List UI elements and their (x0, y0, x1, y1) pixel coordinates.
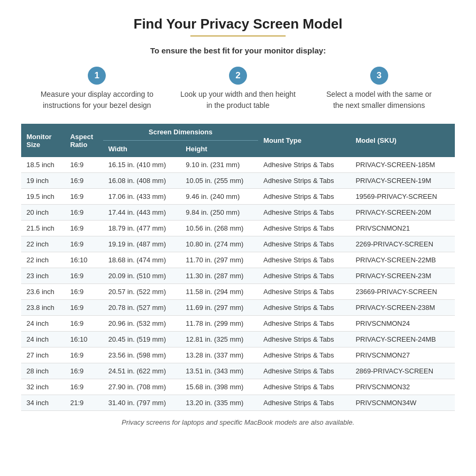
col-monitor-size: MonitorSize (21, 124, 65, 157)
cell-sku: PRIVSCNMON32 (350, 379, 455, 395)
cell-mount: Adhesive Strips & Tabs (258, 205, 350, 221)
cell-width: 19.19 in. (487 mm) (103, 236, 181, 252)
step-2-circle: 2 (229, 67, 247, 85)
cell-height: 11.58 in. (294 mm) (180, 284, 258, 300)
cell-sku: PRIVACY-SCREEN-22MB (350, 252, 455, 268)
table-row: 23 inch 16:9 20.09 in. (510 mm) 11.30 in… (21, 268, 455, 284)
cell-mount: Adhesive Strips & Tabs (258, 252, 350, 268)
cell-ratio: 16:9 (65, 236, 103, 252)
cell-sku: PRIVSCNMON34W (350, 395, 455, 411)
cell-mount: Adhesive Strips & Tabs (258, 236, 350, 252)
cell-size: 18.5 inch (21, 157, 65, 173)
cell-size: 22 inch (21, 236, 65, 252)
table-row: 18.5 inch 16:9 16.15 in. (410 mm) 9.10 i… (21, 157, 455, 173)
cell-size: 34 inch (21, 395, 65, 411)
cell-ratio: 16:9 (65, 189, 103, 205)
table-row: 22 inch 16:10 18.68 in. (474 mm) 11.70 i… (21, 252, 455, 268)
table-row: 23.6 inch 16:9 20.57 in. (522 mm) 11.58 … (21, 284, 455, 300)
table-row: 24 inch 16:10 20.45 in. (519 mm) 12.81 i… (21, 332, 455, 347)
col-mount-type: Mount Type (258, 124, 350, 157)
cell-ratio: 16:9 (65, 300, 103, 316)
table-row: 22 inch 16:9 19.19 in. (487 mm) 10.80 in… (21, 236, 455, 252)
cell-ratio: 16:9 (65, 205, 103, 221)
col-screen-dimensions-group: Screen Dimensions (103, 124, 258, 141)
cell-size: 19 inch (21, 173, 65, 189)
table-row: 21.5 inch 16:9 18.79 in. (477 mm) 10.56 … (21, 221, 455, 236)
cell-height: 13.28 in. (337 mm) (180, 347, 258, 363)
cell-ratio: 16:9 (65, 316, 103, 332)
cell-ratio: 16:9 (65, 347, 103, 363)
cell-mount: Adhesive Strips & Tabs (258, 379, 350, 395)
cell-sku: PRIVACY-SCREEN-23M (350, 268, 455, 284)
cell-width: 16.15 in. (410 mm) (103, 157, 181, 173)
cell-width: 16.08 in. (408 mm) (103, 173, 181, 189)
cell-mount: Adhesive Strips & Tabs (258, 173, 350, 189)
cell-height: 9.46 in. (240 mm) (180, 189, 258, 205)
cell-size: 23.6 inch (21, 284, 65, 300)
cell-size: 24 inch (21, 316, 65, 332)
cell-width: 18.79 in. (477 mm) (103, 221, 181, 236)
table-row: 23.8 inch 16:9 20.78 in. (527 mm) 11.69 … (21, 300, 455, 316)
cell-width: 17.44 in. (443 mm) (103, 205, 181, 221)
step-3-circle: 3 (370, 67, 388, 85)
cell-sku: PRIVACY-SCREEN-19M (350, 173, 455, 189)
cell-height: 13.51 in. (343 mm) (180, 363, 258, 379)
cell-ratio: 16:10 (65, 332, 103, 347)
cell-width: 27.90 in. (708 mm) (103, 379, 181, 395)
cell-height: 11.69 in. (297 mm) (180, 300, 258, 316)
cell-width: 20.57 in. (522 mm) (103, 284, 181, 300)
table-row: 19.5 inch 16:9 17.06 in. (433 mm) 9.46 i… (21, 189, 455, 205)
step-3-text: Select a model with the same or the next… (321, 89, 437, 111)
cell-height: 9.10 in. (231 mm) (180, 157, 258, 173)
step-2-number: 2 (235, 70, 240, 81)
cell-mount: Adhesive Strips & Tabs (258, 284, 350, 300)
cell-mount: Adhesive Strips & Tabs (258, 189, 350, 205)
cell-width: 24.51 in. (622 mm) (103, 363, 181, 379)
cell-ratio: 16:9 (65, 157, 103, 173)
step-3-number: 3 (377, 70, 381, 81)
cell-ratio: 16:9 (65, 363, 103, 379)
cell-ratio: 16:9 (65, 221, 103, 236)
cell-width: 20.78 in. (527 mm) (103, 300, 181, 316)
cell-height: 12.81 in. (325 mm) (180, 332, 258, 347)
cell-height: 11.30 in. (287 mm) (180, 268, 258, 284)
cell-width: 23.56 in. (598 mm) (103, 347, 181, 363)
cell-height: 11.70 in. (297 mm) (180, 252, 258, 268)
col-width: Width (103, 141, 181, 158)
cell-width: 17.06 in. (433 mm) (103, 189, 181, 205)
cell-width: 18.68 in. (474 mm) (103, 252, 181, 268)
cell-sku: PRIVSCNMON27 (350, 347, 455, 363)
step-1: 1 Measure your display according to inst… (39, 67, 155, 111)
step-1-text: Measure your display according to instru… (39, 89, 155, 111)
table-row: 19 inch 16:9 16.08 in. (408 mm) 10.05 in… (21, 173, 455, 189)
subtitle: To ensure the best fit for your monitor … (21, 46, 455, 55)
table-row: 32 inch 16:9 27.90 in. (708 mm) 15.68 in… (21, 379, 455, 395)
cell-mount: Adhesive Strips & Tabs (258, 347, 350, 363)
cell-width: 20.09 in. (510 mm) (103, 268, 181, 284)
cell-height: 15.68 in. (398 mm) (180, 379, 258, 395)
cell-height: 13.20 in. (335 mm) (180, 395, 258, 411)
cell-size: 21.5 inch (21, 221, 65, 236)
cell-ratio: 16:9 (65, 284, 103, 300)
cell-sku: 2269-PRIVACY-SCREEN (350, 236, 455, 252)
steps-container: 1 Measure your display according to inst… (21, 67, 455, 111)
cell-width: 20.45 in. (519 mm) (103, 332, 181, 347)
title-underline (190, 35, 286, 36)
table-row: 20 inch 16:9 17.44 in. (443 mm) 9.84 in.… (21, 205, 455, 221)
product-table: MonitorSize AspectRatio Screen Dimension… (21, 124, 455, 411)
cell-mount: Adhesive Strips & Tabs (258, 363, 350, 379)
cell-height: 10.05 in. (255 mm) (180, 173, 258, 189)
cell-width: 20.96 in. (532 mm) (103, 316, 181, 332)
page-title: Find Your Privacy Screen Model (21, 16, 455, 32)
cell-sku: PRIVSCNMON21 (350, 221, 455, 236)
cell-sku: 23669-PRIVACY-SCREEN (350, 284, 455, 300)
step-2-text: Look up your width and then height in th… (180, 89, 296, 111)
cell-height: 10.80 in. (274 mm) (180, 236, 258, 252)
cell-height: 9.84 in. (250 mm) (180, 205, 258, 221)
step-1-circle: 1 (88, 67, 106, 85)
table-row: 27 inch 16:9 23.56 in. (598 mm) 13.28 in… (21, 347, 455, 363)
cell-sku: PRIVACY-SCREEN-238M (350, 300, 455, 316)
cell-mount: Adhesive Strips & Tabs (258, 157, 350, 173)
col-height: Height (180, 141, 258, 158)
col-model-sku: Model (SKU) (350, 124, 455, 157)
